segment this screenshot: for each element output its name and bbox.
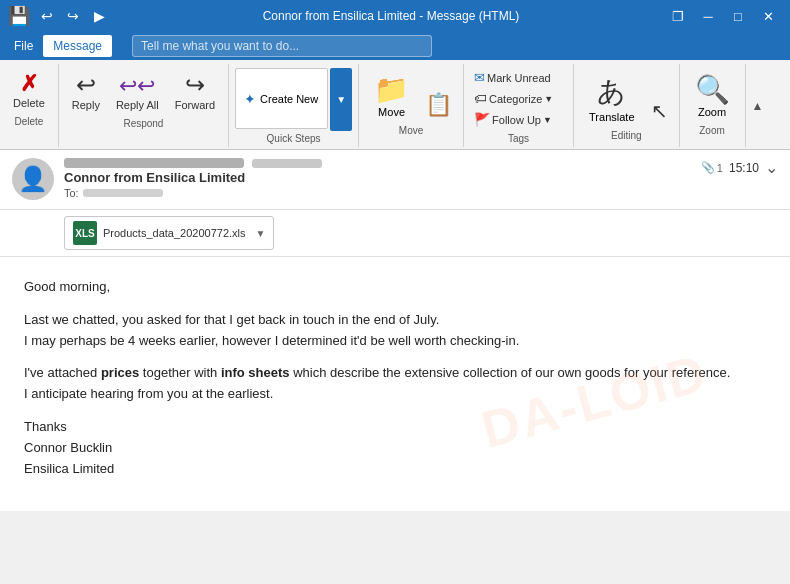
sender-name: Connor from Ensilica Limited — [64, 170, 245, 185]
email-body-paragraph1: Last we chatted, you asked for that I ge… — [24, 310, 766, 352]
search-input[interactable] — [132, 35, 432, 57]
redo-button[interactable]: ↪ — [62, 5, 84, 27]
move-icon: 📁 — [374, 73, 409, 106]
zoom-group: 🔍 Zoom Zoom — [680, 64, 746, 147]
attachment-count: 📎 1 — [701, 161, 723, 174]
quick-steps-dropdown-button[interactable]: ▼ — [330, 68, 352, 131]
sign-name: Connor Bucklin — [24, 440, 112, 455]
xls-icon: XLS — [73, 221, 97, 245]
body-line3-mid: together with — [139, 365, 221, 380]
quick-steps-group-label: Quick Steps — [235, 131, 352, 147]
move-button[interactable]: 📁 Move — [365, 68, 418, 121]
sender-email-blurred — [64, 158, 244, 168]
delete-button[interactable]: ✗ Delete — [6, 68, 52, 112]
to-label: To: — [64, 187, 79, 199]
reply-icon: ↩ — [76, 73, 96, 97]
close-button[interactable]: ✕ — [754, 5, 782, 27]
forward-nav-button[interactable]: ▶ — [88, 5, 110, 27]
editing-extra-button[interactable]: ↖ — [646, 94, 673, 126]
sign-thanks: Thanks — [24, 419, 67, 434]
follow-up-button[interactable]: 🚩 Follow Up ▼ — [470, 110, 567, 129]
email-content-area: 👤 Connor from Ensilica Limited To: 📎 1 1… — [0, 150, 790, 511]
email-meta-right: 📎 1 15:10 ⌄ — [701, 158, 778, 177]
attachment-name: Products_data_20200772.xls — [103, 227, 246, 239]
delete-group: ✗ Delete Delete — [0, 64, 59, 147]
ribbon-scroll: ▲ — [746, 64, 770, 147]
body-bold-prices: prices — [101, 365, 139, 380]
body-line3-pre: I've attached — [24, 365, 101, 380]
body-line1: Last we chatted, you asked for that I ge… — [24, 312, 439, 327]
respond-group-label: Respond — [65, 116, 222, 132]
move-group-label: Move — [365, 123, 457, 139]
follow-up-dropdown-arrow: ▼ — [543, 115, 552, 125]
attachment-dropdown-arrow[interactable]: ▼ — [256, 228, 266, 239]
minimize-button[interactable]: ─ — [694, 5, 722, 27]
file-menu[interactable]: File — [4, 35, 43, 57]
body-line2: I may perhaps be 4 weeks earlier, howeve… — [24, 333, 519, 348]
zoom-group-label: Zoom — [686, 123, 739, 139]
cursor-icon: ↖ — [651, 99, 668, 123]
translate-icon: あ — [597, 73, 626, 111]
paperclip-icon: 📎 — [701, 161, 715, 174]
forward-button[interactable]: ↪ Forward — [168, 68, 222, 114]
delete-icon: ✗ — [20, 73, 38, 95]
avatar-icon: 👤 — [18, 165, 48, 193]
email-body: Good morning, Last we chatted, you asked… — [0, 257, 790, 511]
translate-button[interactable]: あ Translate — [580, 68, 643, 126]
move-extra-button[interactable]: 📋 — [420, 87, 457, 121]
categorize-icon: 🏷 — [474, 91, 487, 106]
editing-group: あ Translate ↖ Editing — [574, 64, 679, 147]
ribbon: ✗ Delete Delete ↩ Reply ↩↩ Reply All ↪ F — [0, 60, 790, 150]
window-controls: ❐ ─ □ ✕ — [664, 5, 782, 27]
ribbon-inner: ✗ Delete Delete ↩ Reply ↩↩ Reply All ↪ F — [0, 64, 790, 147]
maximize-button[interactable]: □ — [724, 5, 752, 27]
email-signature: Thanks Connor Bucklin Ensilica Limited — [24, 417, 766, 479]
expand-button[interactable]: ⌄ — [765, 158, 778, 177]
zoom-group-content: 🔍 Zoom — [686, 68, 739, 123]
categorize-button[interactable]: 🏷 Categorize ▼ — [470, 89, 567, 108]
reply-button[interactable]: ↩ Reply — [65, 68, 107, 114]
respond-group: ↩ Reply ↩↩ Reply All ↪ Forward Respond — [59, 64, 229, 147]
move-group-content: 📁 Move 📋 — [365, 68, 457, 123]
email-from-line — [64, 158, 691, 168]
create-new-step-button[interactable]: ✦ Create New — [235, 68, 328, 129]
zoom-button[interactable]: 🔍 Zoom — [686, 68, 739, 121]
email-greeting: Good morning, — [24, 277, 766, 298]
editing-group-content: あ Translate ↖ — [580, 68, 672, 128]
attachment-item[interactable]: XLS Products_data_20200772.xls ▼ — [64, 216, 274, 250]
delete-group-label: Delete — [6, 114, 52, 130]
attachment-area: XLS Products_data_20200772.xls ▼ — [0, 210, 790, 257]
undo-redo-nav: ↩ ↪ ▶ — [36, 5, 110, 27]
create-new-icon: ✦ — [244, 91, 256, 107]
move-group: 📁 Move 📋 Move — [359, 64, 464, 147]
email-meta: Connor from Ensilica Limited To: — [64, 158, 691, 201]
mark-unread-button[interactable]: ✉ Mark Unread — [470, 68, 567, 87]
email-time: 15:10 — [729, 161, 759, 175]
body-line3-post: which describe the extensive collection … — [290, 365, 731, 380]
create-new-label: Create New — [260, 93, 318, 105]
move-extra-icon: 📋 — [425, 92, 452, 118]
save-icon[interactable]: 💾 — [8, 5, 30, 27]
message-menu[interactable]: Message — [43, 35, 112, 57]
respond-buttons: ↩ Reply ↩↩ Reply All ↪ Forward — [65, 68, 222, 116]
sender-avatar: 👤 — [12, 158, 54, 200]
search-bar — [132, 35, 766, 57]
email-body-paragraph2: I've attached prices together with info … — [24, 363, 766, 405]
quick-steps-content: ✦ Create New ▼ — [235, 68, 352, 131]
sign-company: Ensilica Limited — [24, 461, 114, 476]
title-bar: 💾 ↩ ↪ ▶ Connor from Ensilica Limited - M… — [0, 0, 790, 32]
categorize-dropdown-arrow: ▼ — [544, 94, 553, 104]
follow-up-icon: 🚩 — [474, 112, 490, 127]
undo-button[interactable]: ↩ — [36, 5, 58, 27]
tags-group: ✉ Mark Unread 🏷 Categorize ▼ 🚩 Follow Up… — [464, 64, 574, 147]
reply-all-icon: ↩↩ — [119, 75, 155, 97]
window-title: Connor from Ensilica Limited - Message (… — [118, 9, 664, 23]
email-to-line: To: — [64, 187, 691, 199]
ribbon-scroll-up-button[interactable]: ▲ — [750, 97, 766, 115]
reply-all-button[interactable]: ↩↩ Reply All — [109, 70, 166, 114]
body-line4: I anticipate hearing from you at the ear… — [24, 386, 273, 401]
body-bold-infosheets: info sheets — [221, 365, 290, 380]
zoom-icon: 🔍 — [695, 73, 730, 106]
quick-steps-group: ✦ Create New ▼ Quick Steps — [229, 64, 359, 147]
restore-window-button[interactable]: ❐ — [664, 5, 692, 27]
